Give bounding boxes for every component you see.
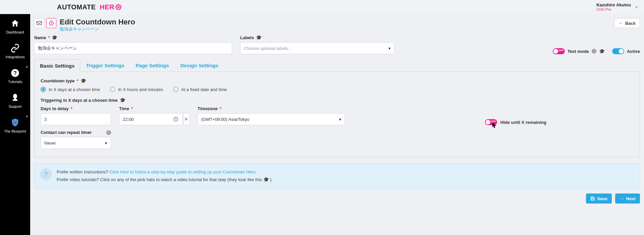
timezone-value: (GMT+09:00) Asia/Tokyo — [201, 117, 249, 122]
radio-x-hours[interactable]: In X hours and minutes — [110, 87, 163, 92]
repeat-value: Never — [44, 141, 56, 146]
question-icon: ? — [40, 168, 52, 180]
hide-until-label: Hide until X remaining — [500, 120, 546, 125]
app-logo: AUTOMATE HER — [57, 3, 121, 11]
timer-icon — [46, 18, 56, 28]
tab-design-settings[interactable]: Design Settings — [175, 59, 224, 72]
info-icon[interactable]: i — [106, 130, 111, 135]
page-subtitle: 勉強会キャンペーン — [60, 26, 135, 32]
toggle-off-label: OFF — [558, 49, 564, 52]
sidebar-item-label: Integrations — [5, 55, 24, 59]
hat-icon: 🎓 — [263, 177, 269, 182]
logo-text-a: AUTOMATE — [57, 3, 96, 11]
help-text-2b: ). — [270, 177, 273, 182]
required-mark: * — [220, 106, 221, 111]
repeat-select[interactable]: Never ▾ — [41, 137, 111, 149]
hat-icon[interactable]: 🎓 — [120, 97, 125, 103]
sidebar-item-label: Dashboard — [6, 30, 24, 34]
test-mode-toggle[interactable]: OFF — [553, 48, 565, 54]
radio-fixed-date[interactable]: At a fixed date and time — [173, 87, 227, 92]
sidebar: Dashboard Integrations ⬈ ? Tutorials Sup… — [0, 14, 30, 235]
help-guide-link[interactable]: Click here to follow a step-by-step guid… — [110, 169, 256, 174]
help-text-1a: Prefer written instructions? — [57, 169, 110, 174]
help-text-1b: . — [256, 169, 257, 174]
radio-icon — [110, 87, 115, 92]
back-label: Back — [625, 21, 636, 26]
test-mode-label: Test mode — [568, 49, 589, 54]
support-icon — [10, 93, 20, 102]
sidebar-item-integrations[interactable]: Integrations — [0, 39, 30, 64]
clock-icon[interactable] — [173, 113, 179, 125]
countdown-type-label: Countdown type — [41, 78, 75, 83]
radio-label: At a fixed date and time — [181, 87, 227, 92]
user-name: Kazuhiro Akutsu — [596, 2, 631, 8]
tab-trigger-settings[interactable]: Trigger Settings — [80, 59, 130, 72]
hat-icon[interactable]: 🎓 — [80, 78, 86, 83]
radio-icon — [173, 87, 178, 92]
active-label: Active — [627, 49, 640, 54]
required-mark: * — [48, 35, 50, 40]
home-icon — [10, 19, 20, 28]
clear-time-button[interactable]: ✕ — [183, 113, 190, 125]
sidebar-item-dashboard[interactable]: Dashboard — [0, 14, 30, 39]
radio-x-days[interactable]: In X days at a chosen time — [41, 87, 100, 92]
save-icon — [590, 196, 595, 201]
link-icon — [10, 44, 20, 53]
chevron-down-icon: ▾ — [339, 117, 341, 122]
svg-rect-3 — [37, 21, 42, 25]
labels-select[interactable]: Choose optional labels... ▾ — [240, 42, 394, 54]
sidebar-item-label: Tutorials — [8, 80, 22, 84]
user-menu[interactable]: Kazuhiro Akutsu CDH Pro ▾ — [596, 2, 637, 12]
tab-basic-settings[interactable]: Basic Settings — [34, 59, 80, 72]
triggering-label: Triggering in X days at a chosen time — [41, 98, 118, 103]
tabs: Basic Settings Trigger Settings Page Set… — [34, 59, 640, 72]
chevron-down-icon: ▾ — [636, 5, 637, 9]
hat-icon[interactable]: 🎓 — [256, 35, 262, 40]
name-input[interactable] — [34, 42, 232, 54]
user-plan: CDH Pro — [596, 7, 611, 12]
arrow-right-icon: → — [620, 196, 624, 201]
sidebar-item-tutorials[interactable]: ⬈ ? Tutorials — [0, 64, 30, 88]
toggle-off-label: OFF — [491, 120, 496, 123]
repeat-label: Contact can repeat timer — [41, 130, 92, 135]
required-mark: * — [131, 106, 133, 111]
gear-icon — [115, 4, 121, 10]
active-toggle[interactable] — [612, 48, 624, 54]
help-box: ? Prefer written instructions? Click her… — [34, 163, 640, 189]
hat-icon[interactable]: 🎓 — [599, 49, 605, 54]
labels-placeholder: Choose optional labels... — [244, 46, 291, 51]
svg-point-0 — [118, 6, 119, 8]
radio-icon — [41, 87, 46, 92]
question-icon: ? — [10, 68, 20, 78]
svg-text:?: ? — [13, 70, 17, 76]
sidebar-item-blueprint[interactable]: ⬈ The Blueprint — [0, 113, 30, 138]
next-label: Next — [626, 196, 636, 201]
info-icon[interactable]: i — [592, 49, 596, 54]
back-button[interactable]: ← Back — [614, 18, 640, 28]
sidebar-item-support[interactable]: Support — [0, 88, 30, 113]
sidebar-item-label: Support — [9, 104, 22, 108]
logo-text-b: HER — [100, 3, 115, 11]
hide-until-toggle[interactable]: OFF — [485, 119, 497, 125]
days-delay-input[interactable] — [41, 113, 111, 125]
save-label: Save — [597, 196, 607, 201]
tab-page-settings[interactable]: Page Settings — [130, 59, 175, 72]
name-label: Name — [34, 35, 46, 40]
arrow-left-icon: ← — [619, 20, 623, 26]
next-button[interactable]: → Next — [615, 193, 640, 204]
labels-label: Labels — [240, 35, 254, 40]
page-title: Edit Countdown Hero — [60, 18, 135, 26]
required-mark: * — [71, 106, 72, 111]
hat-icon[interactable]: 🎓 — [52, 35, 57, 40]
radio-label: In X hours and minutes — [118, 87, 163, 92]
time-label: Time — [119, 106, 129, 111]
sidebar-item-label: The Blueprint — [4, 129, 26, 133]
required-mark: * — [77, 78, 78, 83]
save-button[interactable]: Save — [586, 193, 611, 204]
external-link-icon: ⬈ — [25, 114, 28, 118]
radio-label: In X days at a chosen time — [49, 87, 100, 92]
chevron-down-icon: ▾ — [388, 46, 391, 51]
timezone-select[interactable]: (GMT+09:00) Asia/Tokyo ▾ — [198, 113, 345, 125]
envelope-icon — [34, 18, 44, 28]
external-link-icon: ⬈ — [25, 65, 28, 69]
